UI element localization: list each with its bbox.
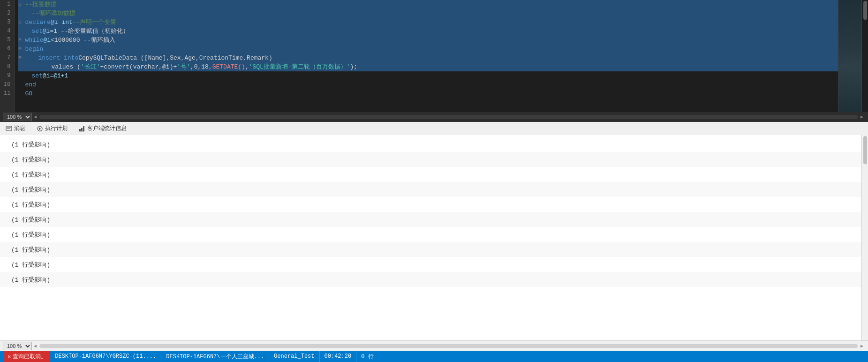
code-comment-3: --声明一个变量 <box>73 18 117 27</box>
code-plain-8c: ,0,18, <box>190 62 212 71</box>
code-kw-7: insert into <box>38 54 78 62</box>
code-line-10: end <box>18 80 838 89</box>
result-row-8: (1 行受影响) <box>0 242 861 257</box>
svg-rect-4 <box>79 129 81 131</box>
editor-vscroll[interactable] <box>861 0 868 112</box>
result-row-7: (1 行受影响) <box>0 227 861 242</box>
messages-icon <box>6 125 12 132</box>
fold-icon-5[interactable]: ⊟ <box>18 36 25 45</box>
result-row-9: (1 行受影响) <box>0 257 861 272</box>
svg-rect-5 <box>81 128 83 131</box>
svg-rect-6 <box>83 126 84 131</box>
code-str-8c: 'SQL批量新增-第二轮（百万数据）' <box>249 62 350 71</box>
code-var-9: @i=@i+1 <box>43 71 68 80</box>
execution-plan-icon <box>37 125 43 132</box>
code-plain-8a: values ( <box>51 62 80 71</box>
code-line-11: GO <box>18 89 838 98</box>
result-row-3: (1 行受影响) <box>0 167 861 182</box>
code-var-5: @i <box>43 36 51 45</box>
fold-icon-3[interactable]: ⊟ <box>18 18 25 27</box>
results-tabs: 消息 执行计划 客户端统计信息 <box>0 122 868 135</box>
code-str-8b: '号' <box>177 62 190 71</box>
tab-messages-label: 消息 <box>14 124 25 132</box>
client-stats-icon <box>79 125 85 132</box>
code-plain-7: CopySQLTableData ([Name],Sex,Age,Creatio… <box>78 54 272 62</box>
results-zoom-bar: 100 % 75 % 150 % ◀ ▶ <box>0 340 868 351</box>
scroll-left-icon[interactable]: ◀ <box>32 114 38 120</box>
results-zoom-select[interactable]: 100 % 75 % 150 % <box>3 342 32 350</box>
editor-outer: 1 2 3 4 5 6 7 8 9 10 11 ⊟ --批量数据 --循环添加数… <box>0 0 868 122</box>
fold-icon-10 <box>18 80 25 89</box>
results-vscroll-thumb[interactable] <box>863 136 867 164</box>
code-line-1: ⊟ --批量数据 <box>18 0 838 9</box>
status-computer: DESKTOP-1AFG6N7\一个人三座城... <box>161 351 269 362</box>
fold-icon-7[interactable]: ⊟ <box>18 54 25 62</box>
code-plain-8b: +convert(varchar,@i)+ <box>100 62 177 71</box>
tab-client-stats[interactable]: 客户端统计信息 <box>77 123 128 133</box>
code-kw-11: GO <box>25 89 32 98</box>
fold-icon-8 <box>18 62 25 71</box>
tab-execution-plan-label: 执行计划 <box>45 124 68 132</box>
code-editor[interactable]: ⊟ --批量数据 --循环添加数据 ⊟ declare @i int --声明一… <box>15 0 838 112</box>
code-kw-10: end <box>25 80 36 89</box>
result-row-2: (1 行受影响) <box>0 152 861 167</box>
editor-zoom-select[interactable]: 100 % 75 % 150 % <box>3 113 32 121</box>
tab-messages[interactable]: 消息 <box>4 123 27 133</box>
code-line-5: ⊟ while @i <1000000 --循环插入 <box>18 36 838 45</box>
code-kw-9: set <box>31 71 42 80</box>
error-icon: ✕ <box>8 353 11 360</box>
code-line-3: ⊟ declare @i int --声明一个变量 <box>18 18 838 27</box>
line-numbers: 1 2 3 4 5 6 7 8 9 10 11 <box>0 0 15 112</box>
results-vscroll[interactable] <box>861 135 868 340</box>
code-line-4: set @i =1 --给变量赋值（初始化） <box>18 27 838 36</box>
status-error: ✕ 查询已取消。 <box>4 351 50 362</box>
status-time: 00:42:20 <box>320 351 357 362</box>
result-row-6: (1 行受影响) <box>0 212 861 227</box>
fold-icon-1[interactable]: ⊟ <box>18 0 25 9</box>
result-row-10: (1 行受影响) <box>0 272 861 287</box>
code-keyword-3: declare <box>25 18 51 27</box>
results-content[interactable]: (1 行受影响) (1 行受影响) (1 行受影响) (1 行受影响) (1 行… <box>0 135 861 340</box>
error-text: 查询已取消。 <box>13 353 46 361</box>
fold-icon-6[interactable]: ⊟ <box>18 45 25 54</box>
code-str-8a: '长江' <box>81 62 100 71</box>
status-database: General_Test <box>269 351 319 362</box>
code-plain-5: <1000000 --循环插入 <box>51 36 115 45</box>
fold-icon-2 <box>18 9 25 18</box>
result-row-5: (1 行受影响) <box>0 197 861 212</box>
tab-client-stats-label: 客户端统计信息 <box>87 124 127 132</box>
results-scroll-right-icon[interactable]: ▶ <box>859 343 865 349</box>
fold-icon-11 <box>18 89 25 98</box>
minimap <box>838 0 861 112</box>
code-var-3: @i int <box>51 18 73 27</box>
fold-icon-9 <box>18 71 25 80</box>
code-var-4: @i <box>43 27 50 36</box>
code-kw-6: begin <box>25 45 43 54</box>
editor-row: 1 2 3 4 5 6 7 8 9 10 11 ⊟ --批量数据 --循环添加数… <box>0 0 868 112</box>
result-row-4: (1 行受影响) <box>0 182 861 197</box>
code-plain-8d: , <box>245 62 249 71</box>
code-line-2: --循环添加数据 <box>18 9 838 18</box>
code-kw-5: while <box>25 36 43 45</box>
status-server: DESKTOP-1AFG6N7\YGRSZC (11.... <box>50 351 161 362</box>
code-line-6: ⊟ begin <box>18 45 838 54</box>
code-line-9: set @i=@i+1 <box>18 71 838 80</box>
code-line-7: ⊟ insert into CopySQLTableData ([Name],S… <box>18 54 838 62</box>
editor-zoom-bar: 100 % 75 % 150 % ◀ ▶ <box>0 112 868 122</box>
fold-icon-4 <box>18 27 25 36</box>
results-area: 消息 执行计划 客户端统计信息 (1 行受影响) (1 行受影响) (1 行受影… <box>0 122 868 351</box>
code-func-8: GETDATE() <box>212 62 245 71</box>
code-plain-4: =1 --给变量赋值（初始化） <box>50 27 129 36</box>
status-rows: 0 行 <box>356 351 378 362</box>
minimap-inner <box>838 0 861 112</box>
results-scroll-left-icon[interactable]: ◀ <box>32 343 38 349</box>
editor-vscroll-thumb[interactable] <box>863 1 867 20</box>
code-plain-8e: ); <box>350 62 358 71</box>
code-line-8: values ( '长江' +convert(varchar,@i)+ '号' … <box>18 62 838 71</box>
code-text-2: --循环添加数据 <box>31 9 75 18</box>
result-row-1: (1 行受影响) <box>0 137 861 152</box>
code-kw-4: set <box>31 27 42 36</box>
scroll-right-icon[interactable]: ▶ <box>859 114 865 120</box>
tab-execution-plan[interactable]: 执行计划 <box>35 123 69 133</box>
results-main: (1 行受影响) (1 行受影响) (1 行受影响) (1 行受影响) (1 行… <box>0 135 868 340</box>
